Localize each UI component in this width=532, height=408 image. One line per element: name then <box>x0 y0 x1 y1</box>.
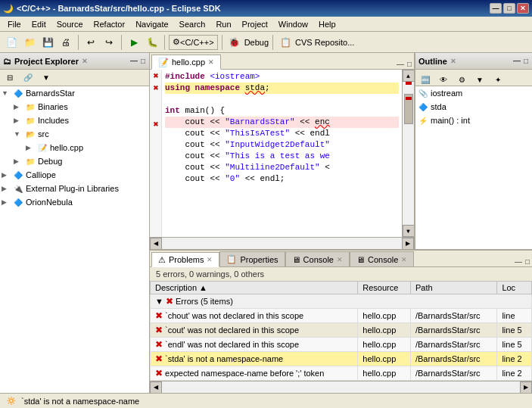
menu-run[interactable]: Run <box>211 18 235 30</box>
expand-icon[interactable]: ▶ <box>26 144 36 151</box>
scroll-left-button[interactable]: ◀ <box>150 238 162 250</box>
outline-item-iostream[interactable]: 📎 iostream <box>415 86 532 100</box>
tree-item-includes[interactable]: ▶ 📁 Includes <box>0 114 149 127</box>
vertical-scrollbar[interactable]: ▲ ▼ <box>402 70 414 237</box>
prob-h-track[interactable] <box>162 383 520 392</box>
h-scroll-track[interactable] <box>162 239 402 248</box>
toolbar-open-button[interactable]: 📁 <box>21 34 38 51</box>
expand-icon[interactable]: ▼ <box>2 89 12 97</box>
editor-minimize-button[interactable]: — <box>396 59 405 69</box>
panel-minimize-button[interactable]: — <box>129 56 138 66</box>
project-tree[interactable]: ▼ 🔷 BarnardsStar ▶ 📁 Binaries ▶ <box>0 86 149 393</box>
scroll-up-button[interactable]: ▲ <box>403 70 415 82</box>
outline-maximize-button[interactable]: □ <box>523 56 529 66</box>
expand-icon[interactable]: ▶ <box>14 103 24 111</box>
menu-search[interactable]: Search <box>175 18 210 30</box>
outline-minimize-button[interactable]: — <box>512 56 521 66</box>
tree-item-calliope[interactable]: ▶ 🔷 Calliope <box>0 168 149 182</box>
tree-item-debug[interactable]: ▶ 📁 Debug <box>0 154 149 168</box>
expand-icon[interactable]: ▶ <box>2 171 12 179</box>
toolbar-debug-perspective[interactable]: 🐞 <box>226 34 243 51</box>
toolbar-undo-button[interactable]: ↩ <box>82 34 99 51</box>
col-path[interactable]: Path <box>410 282 496 294</box>
code-editor[interactable]: ✖ ✖ ✖ #include <iostream> using namespac… <box>150 70 414 237</box>
toolbar-separator-2 <box>121 35 122 50</box>
collapse-all-button[interactable]: ⊟ <box>2 70 18 86</box>
toolbar-print-button[interactable]: 🖨 <box>58 34 74 51</box>
outline-close-icon[interactable]: ✕ <box>450 58 456 65</box>
menu-navigate[interactable]: Navigate <box>131 18 173 30</box>
tree-item-src[interactable]: ▼ 📂 src <box>0 127 149 141</box>
bottom-maximize-button[interactable]: □ <box>524 257 530 266</box>
outline-hide-button[interactable]: 👁 <box>435 71 452 88</box>
console2-tab-close[interactable]: ✕ <box>401 256 407 263</box>
problems-table-container[interactable]: Description ▲ Resource Path Loc ▼ <box>150 281 532 381</box>
tree-item-external[interactable]: ▶ 🔌 External Plug-in Libraries <box>0 182 149 195</box>
outline-item-stda[interactable]: 🔷 stda <box>415 100 532 114</box>
expand-icon[interactable]: ▶ <box>14 157 24 165</box>
tab-problems[interactable]: ⚠ Problems ✕ <box>151 252 219 267</box>
resource-cell: hello.cpp <box>358 338 411 352</box>
problems-tab-close[interactable]: ✕ <box>207 256 213 263</box>
toolbar-run-button[interactable]: ▶ <box>126 34 142 51</box>
panel-maximize-button[interactable]: □ <box>140 56 146 66</box>
toolbar-new-button[interactable]: 📄 <box>3 34 20 51</box>
col-resource[interactable]: Resource <box>358 282 411 294</box>
project-explorer-close-icon[interactable]: ✕ <box>82 58 88 65</box>
group-toggle-icon[interactable]: ▼ <box>155 297 163 306</box>
table-row[interactable]: ✖ expected namespace-name before ';' tok… <box>151 366 532 381</box>
maximize-button[interactable]: □ <box>503 3 515 14</box>
outline-item-main[interactable]: ⚡ main() : int <box>415 114 532 127</box>
menu-source[interactable]: Source <box>52 18 88 30</box>
menu-project[interactable]: Project <box>238 18 272 30</box>
menu-edit[interactable]: Edit <box>27 18 51 30</box>
horizontal-scrollbar[interactable]: ◀ ▶ <box>150 237 414 249</box>
bottom-minimize-button[interactable]: — <box>514 257 523 266</box>
tree-item-barnardsstar[interactable]: ▼ 🔷 BarnardsStar <box>0 86 149 100</box>
code-lines[interactable]: #include <iostream> using namespace stda… <box>162 70 402 237</box>
expand-icon[interactable]: ▶ <box>2 185 12 192</box>
debug-label: Debug <box>244 38 269 47</box>
close-button[interactable]: ✕ <box>517 3 529 14</box>
table-row[interactable]: ✖ `cout' was not declared in this scope … <box>151 323 532 338</box>
menu-help[interactable]: Help <box>314 18 341 30</box>
tab-properties[interactable]: 📋 Properties <box>219 251 285 266</box>
tree-item-hellocpp[interactable]: ▶ 📝 hello.cpp <box>0 141 149 154</box>
expand-icon[interactable]: ▶ <box>2 198 12 206</box>
outline-tree[interactable]: 📎 iostream 🔷 stda ⚡ main() : int <box>415 86 532 249</box>
console1-tab-close[interactable]: ✕ <box>337 256 343 263</box>
menu-refactor[interactable]: Refactor <box>89 18 130 30</box>
problems-h-scrollbar[interactable]: ◀ ▶ <box>150 381 532 393</box>
expand-icon[interactable]: ▶ <box>14 117 24 124</box>
toolbar-save-button[interactable]: 💾 <box>39 34 56 51</box>
toolbar-debug-button[interactable]: 🐛 <box>144 34 160 51</box>
toolbar-cvs-button[interactable]: 📋 <box>277 34 294 51</box>
outline-sort-button[interactable]: 🔤 <box>417 71 434 88</box>
expand-icon[interactable]: ▼ <box>14 130 24 138</box>
minimize-button[interactable]: — <box>490 3 502 14</box>
prob-scroll-right[interactable]: ▶ <box>520 382 532 394</box>
editor-tab-hellocpp[interactable]: 📝 hello.cpp ✕ <box>151 55 221 70</box>
table-row[interactable]: ✖ `chout' was not declared in this scope… <box>151 309 532 323</box>
col-description[interactable]: Description ▲ <box>151 282 358 294</box>
outline-menu-button[interactable]: ▼ <box>471 71 488 88</box>
col-location[interactable]: Loc <box>497 282 532 294</box>
toolbar-redo-button[interactable]: ↪ <box>101 34 117 51</box>
tab-console-2[interactable]: 🖥 Console ✕ <box>350 251 414 266</box>
table-row[interactable]: ✖ `endl' was not declared in this scope … <box>151 338 532 352</box>
table-row-highlighted[interactable]: ✖ `stda' is not a namespace-name hello.c… <box>151 352 532 366</box>
outline-extra-button[interactable]: ✦ <box>490 71 506 88</box>
tree-item-binaries[interactable]: ▶ 📁 Binaries <box>0 100 149 114</box>
tab-close-icon[interactable]: ✕ <box>208 58 214 66</box>
scroll-right-button[interactable]: ▶ <box>402 238 414 250</box>
view-menu-button[interactable]: ▼ <box>38 70 54 86</box>
link-editor-button[interactable]: 🔗 <box>20 70 36 86</box>
prob-scroll-left[interactable]: ◀ <box>150 382 162 394</box>
tree-item-orionnebula[interactable]: ▶ 🔷 OrionNebula <box>0 195 149 209</box>
scroll-down-button[interactable]: ▼ <box>403 225 415 237</box>
menu-window[interactable]: Window <box>274 18 313 30</box>
menu-file[interactable]: File <box>3 18 26 30</box>
outline-action-button[interactable]: ⚙ <box>453 71 470 88</box>
editor-maximize-button[interactable]: □ <box>406 59 412 69</box>
tab-console-1[interactable]: 🖥 Console ✕ <box>285 251 350 266</box>
